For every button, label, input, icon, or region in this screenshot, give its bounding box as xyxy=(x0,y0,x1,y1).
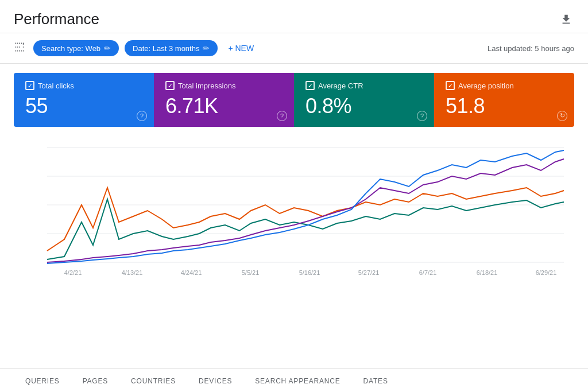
impressions-help-icon[interactable]: ? xyxy=(277,111,287,121)
impressions-label: Total impressions xyxy=(178,81,235,90)
position-label: Average position xyxy=(458,81,514,90)
search-type-chip[interactable]: Search type: Web ✏ xyxy=(33,40,119,56)
metrics-section: Total clicks 55 ? Total impressions 6.71… xyxy=(0,64,588,127)
page-header: Performance xyxy=(0,0,588,33)
page-title: Performance xyxy=(14,10,99,28)
svg-text:5/5/21: 5/5/21 xyxy=(242,269,260,276)
tab-pages[interactable]: PAGES xyxy=(71,368,119,392)
page-container: Performance Search type: Web ✏ Date: Las… xyxy=(0,0,588,392)
svg-text:4/24/21: 4/24/21 xyxy=(181,269,202,276)
impressions-checkbox[interactable] xyxy=(165,81,175,90)
position-value: 51.8 xyxy=(446,95,563,118)
search-type-label: Search type: Web xyxy=(41,44,100,53)
toolbar: Search type: Web ✏ Date: Last 3 months ✏… xyxy=(0,33,588,64)
last-updated-text: Last updated: 5 hours ago xyxy=(488,44,574,53)
svg-text:4/13/21: 4/13/21 xyxy=(122,269,143,276)
clicks-checkbox[interactable] xyxy=(25,81,34,90)
metric-card-impressions[interactable]: Total impressions 6.71K ? xyxy=(154,73,294,127)
tab-countries[interactable]: COUNTRIES xyxy=(119,368,187,392)
date-chip[interactable]: Date: Last 3 months ✏ xyxy=(125,40,218,56)
ctr-help-icon[interactable]: ? xyxy=(417,111,427,121)
impressions-value: 6.71K xyxy=(165,95,283,118)
ctr-label: Average CTR xyxy=(318,81,363,90)
filter-icon[interactable] xyxy=(14,41,25,56)
svg-text:5/27/21: 5/27/21 xyxy=(358,269,380,276)
metric-card-ctr[interactable]: Average CTR 0.8% ? xyxy=(294,73,434,127)
search-type-edit-icon: ✏ xyxy=(104,44,111,53)
svg-text:4/2/21: 4/2/21 xyxy=(64,269,82,276)
clicks-label: Total clicks xyxy=(38,81,74,90)
date-label: Date: Last 3 months xyxy=(133,44,199,53)
ctr-value: 0.8% xyxy=(305,95,423,118)
position-checkbox[interactable] xyxy=(446,81,455,90)
new-button-label: + NEW xyxy=(228,44,254,53)
chart-section: 4/2/21 4/13/21 4/24/21 5/5/21 5/16/21 5/… xyxy=(0,127,588,368)
header-actions xyxy=(558,11,574,28)
svg-text:6/29/21: 6/29/21 xyxy=(536,269,557,276)
clicks-value: 55 xyxy=(25,95,142,118)
tab-queries[interactable]: QUERIES xyxy=(14,368,71,392)
ctr-checkbox[interactable] xyxy=(305,81,315,90)
performance-chart: 4/2/21 4/13/21 4/24/21 5/5/21 5/16/21 5/… xyxy=(14,136,574,285)
svg-text:6/7/21: 6/7/21 xyxy=(419,269,437,276)
clicks-help-icon[interactable]: ? xyxy=(137,111,147,121)
svg-text:6/18/21: 6/18/21 xyxy=(477,269,498,276)
chart-container: 4/2/21 4/13/21 4/24/21 5/5/21 5/16/21 5/… xyxy=(14,136,574,285)
position-help-icon[interactable]: ↻ xyxy=(557,111,567,121)
bottom-tabs: QUERIES PAGES COUNTRIES DEVICES SEARCH A… xyxy=(0,368,588,392)
tab-dates[interactable]: DATES xyxy=(352,368,400,392)
metric-card-position[interactable]: Average position 51.8 ↻ xyxy=(434,73,574,127)
svg-text:5/16/21: 5/16/21 xyxy=(299,269,320,276)
date-edit-icon: ✏ xyxy=(203,44,210,53)
tab-devices[interactable]: DEVICES xyxy=(187,368,243,392)
metric-card-clicks[interactable]: Total clicks 55 ? xyxy=(14,73,154,127)
new-button[interactable]: + NEW xyxy=(223,40,258,56)
download-icon[interactable] xyxy=(558,11,574,28)
tab-search-appearance[interactable]: SEARCH APPEARANCE xyxy=(243,368,351,392)
